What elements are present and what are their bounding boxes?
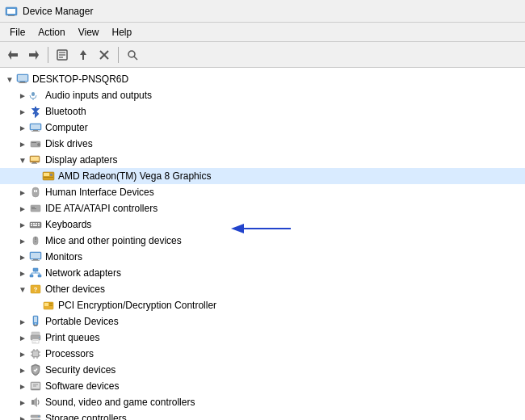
menu-file[interactable]: File [3,25,32,40]
tree-item-bluetooth[interactable]: ► Bluetooth [0,103,525,120]
svg-rect-22 [33,130,38,131]
svg-rect-29 [32,162,36,163]
svg-rect-23 [32,131,40,132]
tree-item-disk[interactable]: ► Disk drives [0,136,525,152]
menu-action[interactable]: Action [32,25,71,40]
print-expand-icon[interactable]: ► [16,331,29,344]
svg-rect-16 [20,82,25,82]
svg-rect-30 [32,163,37,164]
svg-point-26 [38,144,40,146]
svg-rect-35 [32,187,39,197]
ide-label: IDE ATA/ATAPI controllers [45,203,158,214]
tree-item-gpu[interactable]: AMD Radeon(TM) Vega 8 Graphics [0,168,525,184]
ide-expand-icon[interactable]: ► [16,202,29,215]
software-icon [29,380,42,393]
tree-item-print[interactable]: ► Print queues [0,330,525,346]
svg-rect-47 [33,225,37,227]
portable-icon [29,315,42,328]
svg-rect-17 [19,82,27,83]
svg-rect-19 [33,99,34,100]
display-label: Display adapters [45,154,117,166]
svg-rect-58 [38,275,41,277]
tree-item-keyboard[interactable]: ► Keyboards [0,216,525,233]
svg-rect-68 [49,305,52,307]
svg-rect-70 [34,317,37,322]
tree-item-hid[interactable]: ► Human Interface Devices [0,184,525,200]
svg-rect-56 [33,268,38,271]
security-expand-icon[interactable]: ► [16,363,29,376]
disk-expand-icon[interactable]: ► [16,137,29,150]
software-expand-icon[interactable]: ► [16,380,29,393]
tree-item-security[interactable]: ► Security devices [0,362,525,378]
tree-item-storage[interactable]: ► Storage controllers [0,410,525,420]
sound-expand-icon[interactable]: ► [16,396,29,409]
audio-expand-icon[interactable]: ► [16,89,29,102]
other-icon: ? [29,283,42,296]
back-button[interactable] [3,45,23,65]
tree-item-ide[interactable]: ► IDE ATA/ATAPI controllers [0,200,525,216]
monitors-expand-icon[interactable]: ► [16,250,29,263]
tree-item-mice[interactable]: ► Mice and other pointing devices [0,233,525,249]
tree-container[interactable]: ▼ DESKTOP-PNSQR6D ► [0,68,525,420]
svg-rect-42 [31,223,32,225]
menu-view[interactable]: View [72,25,106,40]
bluetooth-expand-icon[interactable]: ► [16,105,29,118]
svg-rect-2 [8,15,15,16]
tree-item-software[interactable]: ► Software devices [0,378,525,394]
svg-marker-4 [29,50,39,60]
menu-help[interactable]: Help [106,25,139,40]
security-label: Security devices [45,364,116,376]
monitors-icon [29,250,42,263]
svg-rect-28 [31,157,39,161]
tree-item-other[interactable]: ▼ ? Other devices [0,281,525,297]
properties-button[interactable] [52,45,72,65]
svg-rect-1 [7,9,15,14]
tree-item-audio[interactable]: ► Audio inputs and outputs [0,87,525,103]
tree-item-sound[interactable]: ► Sound, video and game controllers [0,394,525,410]
keyboard-icon [29,218,42,231]
keyboard-expand-icon[interactable]: ► [16,218,29,231]
update-driver-button[interactable] [74,45,93,65]
storage-expand-icon[interactable]: ► [16,412,29,420]
svg-rect-53 [31,253,40,258]
tree-item-pci[interactable]: PCI Encryption/Decryption Controller [0,297,525,313]
svg-point-51 [35,241,36,242]
portable-label: Portable Devices [45,316,119,327]
pci-label: PCI Encryption/Decryption Controller [58,300,216,311]
tree-item-display[interactable]: ▼ Display adapters [0,152,525,168]
svg-rect-92 [32,389,40,390]
svg-rect-39 [32,207,35,208]
svg-point-71 [35,323,36,325]
print-icon [29,331,42,344]
svg-rect-40 [32,208,36,209]
tree-item-computer[interactable]: ► Computer [0,120,525,136]
portable-expand-icon[interactable]: ► [16,315,29,328]
forward-button[interactable] [24,45,44,65]
processors-label: Processors [45,348,94,359]
tree-wrapper: ▼ DESKTOP-PNSQR6D ► [0,68,525,420]
other-expand-icon[interactable]: ▼ [16,283,29,296]
scan-changes-button[interactable] [123,45,142,65]
mice-icon [29,234,42,247]
tree-item-portable[interactable]: ► Portable Devices [0,313,525,330]
title-bar: Device Manager [0,0,525,23]
svg-rect-54 [33,259,38,260]
toolbar-separator-2 [118,47,119,63]
network-expand-icon[interactable]: ► [16,267,29,279]
tree-item-monitors[interactable]: ► Monitors [0,249,525,265]
display-expand-icon[interactable]: ▼ [16,153,29,166]
svg-rect-34 [44,177,53,178]
svg-rect-18 [32,92,35,96]
svg-rect-73 [34,326,37,326]
mice-expand-icon[interactable]: ► [16,234,29,247]
root-expand-icon[interactable]: ▼ [3,73,16,86]
hid-expand-icon[interactable]: ► [16,186,29,199]
tree-item-network[interactable]: ► Network adapters [0,265,525,281]
tree-item-processors[interactable]: ► Processors [0,346,525,362]
uninstall-button[interactable] [94,45,114,65]
svg-rect-78 [33,342,36,342]
tree-root[interactable]: ▼ DESKTOP-PNSQR6D [0,71,525,87]
svg-rect-95 [32,400,34,405]
computer-expand-icon[interactable]: ► [16,121,29,134]
processors-expand-icon[interactable]: ► [16,347,29,360]
